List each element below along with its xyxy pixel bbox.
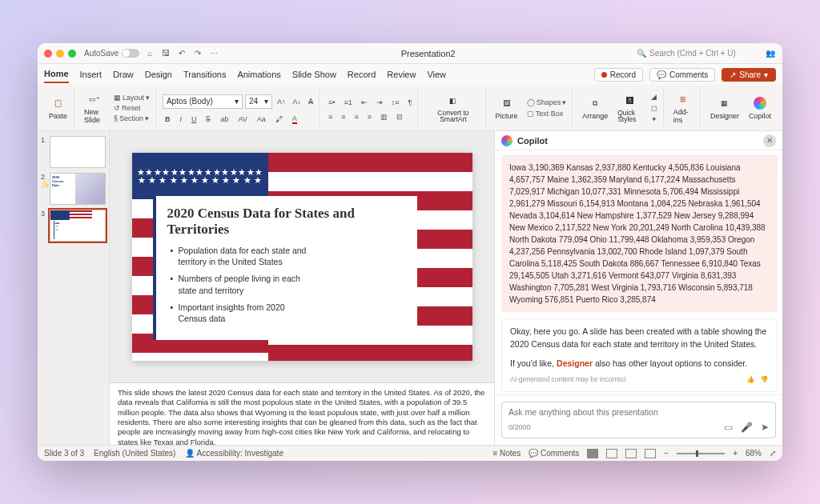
clear-format-icon[interactable]: A̶	[306, 97, 316, 106]
speaker-notes[interactable]: This slide shows the latest 2020 Census …	[110, 382, 494, 445]
minimize-window-icon[interactable]	[56, 50, 64, 58]
textbox-button[interactable]: ▢ Text Box	[525, 109, 569, 118]
designer-link[interactable]: Designer	[557, 358, 593, 368]
zoom-slider[interactable]	[677, 453, 725, 454]
justify-icon[interactable]: ≡	[365, 112, 374, 122]
layout-button[interactable]: ▦ Layout ▾	[111, 93, 152, 102]
undo-icon[interactable]: ↶	[176, 48, 187, 59]
search-box[interactable]: 🔍 Search (Cmd + Ctrl + U)	[637, 49, 765, 58]
slide-content-box[interactable]: 2020 Census Data for States and Territor…	[153, 196, 417, 340]
home-icon[interactable]: ⌂	[144, 48, 155, 59]
spacing-icon[interactable]: AV	[235, 114, 249, 124]
font-name-select[interactable]: Aptos (Body)▾	[163, 94, 243, 109]
slide-canvas[interactable]: ★★★★★★★★★ ★★★★★★★★★ ★★★★★★★★★ 2020 Censu…	[132, 153, 472, 361]
maximize-window-icon[interactable]	[68, 50, 76, 58]
italic-icon[interactable]: I	[177, 114, 184, 124]
indent-right-icon[interactable]: ⇥	[374, 98, 385, 107]
tab-record[interactable]: Record	[348, 66, 376, 82]
decrease-font-icon[interactable]: A↓	[290, 97, 303, 106]
align-center-icon[interactable]: ≡	[339, 112, 348, 122]
reset-button[interactable]: ↺ Reset	[111, 103, 152, 113]
comments-button[interactable]: 💬Comments	[649, 68, 715, 82]
section-button[interactable]: § Section ▾	[111, 114, 152, 123]
convert-smartart-button[interactable]: ◧ Convert to SmartArt	[424, 91, 481, 125]
sorter-view-icon[interactable]	[606, 449, 617, 458]
toggle-icon[interactable]	[122, 49, 139, 58]
font-color-icon[interactable]: A	[290, 114, 299, 125]
arrange-button[interactable]: ⧉Arrange	[579, 94, 611, 122]
attach-icon[interactable]: ▭	[724, 422, 733, 433]
tab-insert[interactable]: Insert	[80, 66, 102, 82]
zoom-out-icon[interactable]: −	[664, 449, 669, 458]
close-pane-icon[interactable]: ✕	[763, 134, 776, 147]
record-button[interactable]: Record	[594, 68, 643, 82]
copilot-input[interactable]: 0/2000 ▭ 🎤 ➤	[501, 402, 776, 438]
bold-icon[interactable]: B	[163, 114, 173, 124]
status-bar: Slide 3 of 3 English (United States) 👤 A…	[38, 445, 782, 461]
strike-icon[interactable]: S̶	[203, 114, 213, 124]
indent-left-icon[interactable]: ⇤	[359, 98, 370, 107]
thumbs-up-icon[interactable]: 👍	[746, 374, 755, 385]
addins-button[interactable]: ⊞Add-ins	[670, 90, 697, 126]
shapes-button[interactable]: ◯ Shapes ▾	[525, 98, 569, 107]
designer-button[interactable]: ▦Designer	[707, 94, 742, 122]
zoom-level[interactable]: 68%	[746, 449, 762, 458]
align-text-icon[interactable]: ⊟	[394, 112, 405, 122]
redo-icon[interactable]: ↷	[192, 48, 203, 59]
increase-font-icon[interactable]: A↑	[275, 97, 288, 106]
zoom-in-icon[interactable]: +	[733, 449, 738, 458]
shape-outline-icon[interactable]: ◻	[649, 103, 660, 113]
send-icon[interactable]: ➤	[761, 422, 769, 433]
notes-toggle[interactable]: ≡ Notes	[492, 449, 521, 458]
bullets-icon[interactable]: ≡•	[326, 98, 337, 107]
text-direction-icon[interactable]: ¶	[405, 98, 414, 107]
close-window-icon[interactable]	[44, 50, 52, 58]
picture-button[interactable]: 🖼Picture	[492, 94, 521, 122]
align-right-icon[interactable]: ≡	[352, 112, 361, 122]
shadow-icon[interactable]: ab	[218, 114, 231, 124]
more-icon[interactable]: ⋯	[208, 48, 219, 59]
tab-design[interactable]: Design	[145, 66, 172, 82]
reading-view-icon[interactable]	[625, 449, 637, 458]
thumbnail-3[interactable]: ■■■━━━━	[50, 210, 106, 242]
share-tray-icon[interactable]: 👥	[765, 48, 776, 59]
paste-button[interactable]: 📋 Paste	[46, 94, 70, 122]
case-icon[interactable]: Aa	[255, 114, 268, 124]
slide-counter[interactable]: Slide 3 of 3	[44, 449, 84, 458]
align-left-icon[interactable]: ≡	[326, 112, 335, 122]
copilot-ribbon-button[interactable]: Copilot	[746, 94, 774, 122]
tab-transitions[interactable]: Transitions	[183, 66, 226, 82]
share-button[interactable]: ↗Share ▾	[722, 68, 776, 82]
tab-view[interactable]: View	[427, 66, 446, 82]
tab-review[interactable]: Review	[387, 66, 416, 82]
underline-icon[interactable]: U	[189, 114, 199, 124]
highlight-icon[interactable]: 🖍	[273, 114, 285, 124]
accessibility-status[interactable]: 👤 Accessibility: Investigate	[185, 449, 283, 458]
save-icon[interactable]: 🖫	[160, 48, 171, 59]
tab-draw[interactable]: Draw	[113, 66, 134, 82]
thumbnail-1[interactable]	[50, 136, 106, 168]
mic-icon[interactable]: 🎤	[741, 422, 753, 433]
tab-slideshow[interactable]: Slide Show	[292, 66, 336, 82]
language-status[interactable]: English (United States)	[94, 449, 175, 458]
font-size-select[interactable]: 24▾	[245, 94, 272, 109]
numbering-icon[interactable]: ≡1	[341, 98, 354, 107]
reply-text-2a: If you'd like,	[510, 358, 557, 368]
tab-animations[interactable]: Animations	[237, 66, 280, 82]
quick-styles-button[interactable]: 🅰Quick Styles	[614, 91, 645, 125]
shape-effects-icon[interactable]: ✦	[649, 114, 660, 124]
comments-toggle[interactable]: 💬 Comments	[529, 449, 579, 458]
thumbnail-2[interactable]: 2020CensusData	[50, 173, 106, 205]
fit-window-icon[interactable]: ⤢	[770, 449, 776, 458]
thumbs-down-icon[interactable]: 👎	[760, 374, 769, 385]
line-spacing-icon[interactable]: ↕≡	[389, 98, 402, 107]
slideshow-view-icon[interactable]	[645, 449, 656, 458]
columns-icon[interactable]: ▥	[378, 112, 390, 122]
tab-home[interactable]: Home	[44, 66, 69, 83]
shape-fill-icon[interactable]: ◢	[649, 92, 660, 102]
search-placeholder: Search (Cmd + Ctrl + U)	[649, 49, 736, 58]
copilot-textbox[interactable]	[508, 407, 769, 417]
autosave-toggle[interactable]: AutoSave	[84, 49, 139, 58]
new-slide-button[interactable]: ▭⁺ New Slide	[81, 90, 108, 126]
normal-view-icon[interactable]	[587, 449, 598, 458]
